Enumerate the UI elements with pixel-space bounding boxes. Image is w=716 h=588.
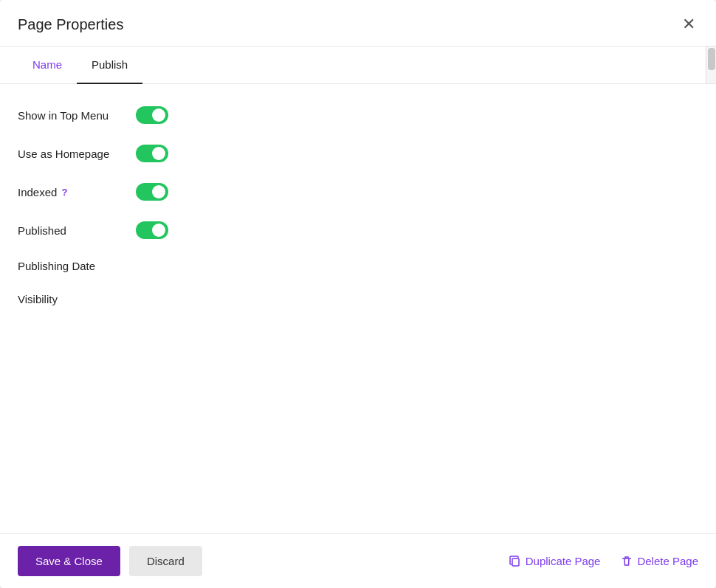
- duplicate-icon: [509, 556, 521, 567]
- footer-left-actions: Save & Close Discard: [18, 546, 202, 576]
- label-use-as-homepage: Use as Homepage: [18, 148, 136, 160]
- indexed-help-icon[interactable]: ?: [61, 187, 67, 198]
- toggle-show-in-top-menu[interactable]: [136, 106, 168, 124]
- close-icon: ✕: [682, 16, 695, 32]
- dialog-header: Page Properties ✕: [0, 0, 716, 46]
- setting-visibility: Visibility: [18, 293, 698, 305]
- setting-indexed: Indexed ?: [18, 183, 698, 201]
- toggle-published[interactable]: [136, 221, 168, 239]
- page-properties-dialog: Page Properties ✕ Name Publish Show in T…: [0, 0, 716, 588]
- dialog-content: Show in Top Menu Use as Homepage Indexed…: [0, 84, 716, 533]
- label-publishing-date: Publishing Date: [18, 260, 136, 272]
- setting-use-as-homepage: Use as Homepage: [18, 145, 698, 162]
- tab-publish[interactable]: Publish: [77, 46, 142, 84]
- toggle-slider-published: [136, 221, 168, 239]
- close-button[interactable]: ✕: [679, 13, 698, 35]
- setting-show-in-top-menu: Show in Top Menu: [18, 106, 698, 124]
- delete-page-button[interactable]: Delete Page: [621, 555, 698, 567]
- tabs-area: Name Publish: [0, 46, 716, 84]
- label-published: Published: [18, 224, 136, 237]
- dialog-footer: Save & Close Discard Duplicate Page Dele…: [0, 533, 716, 588]
- label-visibility: Visibility: [18, 293, 136, 305]
- save-close-button[interactable]: Save & Close: [18, 546, 120, 576]
- scrollbar[interactable]: [706, 46, 716, 83]
- toggle-indexed[interactable]: [136, 183, 168, 201]
- toggle-use-as-homepage[interactable]: [136, 145, 168, 162]
- scrollbar-thumb: [708, 48, 715, 70]
- dialog-title: Page Properties: [18, 16, 123, 33]
- duplicate-page-button[interactable]: Duplicate Page: [509, 555, 601, 567]
- svg-rect-0: [512, 558, 519, 566]
- tab-name[interactable]: Name: [18, 46, 77, 84]
- toggle-slider-use-as-homepage: [136, 145, 168, 162]
- toggle-slider-indexed: [136, 183, 168, 201]
- label-show-in-top-menu: Show in Top Menu: [18, 109, 136, 122]
- discard-button[interactable]: Discard: [129, 546, 202, 576]
- toggle-slider-show-in-top-menu: [136, 106, 168, 124]
- label-indexed: Indexed ?: [18, 186, 136, 198]
- setting-published: Published: [18, 221, 698, 239]
- setting-publishing-date: Publishing Date: [18, 260, 698, 272]
- trash-icon: [621, 556, 633, 567]
- footer-right-actions: Duplicate Page Delete Page: [509, 555, 698, 567]
